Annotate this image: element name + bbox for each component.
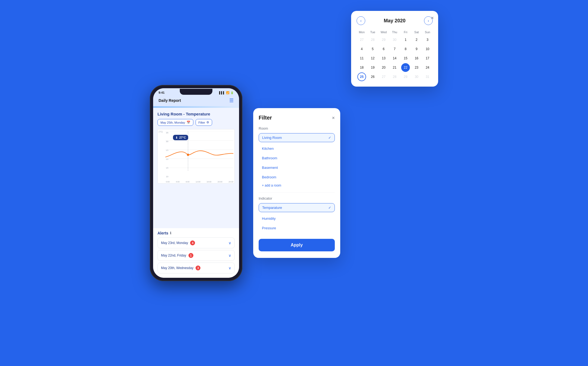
filter-button[interactable]: Filter ⚙ <box>196 119 212 126</box>
status-time: 9:41 <box>159 91 165 94</box>
apply-button[interactable]: Apply <box>259 239 335 251</box>
indicator-label-temperature: Temparature <box>262 206 282 210</box>
cal-header-mon: Mon <box>357 29 367 35</box>
alert-row-2-info: May 22nd, Friday 1 <box>161 253 193 258</box>
room-label-bathroom: Bathroom <box>262 156 277 160</box>
room-option-living-room[interactable]: Living Room ✓ <box>259 133 335 142</box>
filter-close-button[interactable]: × <box>332 115 335 120</box>
cal-header-sun: Sun <box>422 29 433 35</box>
cal-day-2[interactable]: 2 <box>412 35 421 44</box>
cal-day-10[interactable]: 10 <box>423 45 432 53</box>
chart-svg <box>165 132 233 177</box>
cal-day-24[interactable]: 24 <box>423 63 432 72</box>
phone-header: Daily Report ☰ <box>153 96 239 106</box>
temperature-chart: 35 30 25 20 15 10 <box>157 129 235 184</box>
alert-row-3-info: May 20th, Wednesday 3 <box>161 266 200 270</box>
cal-day-11[interactable]: 11 <box>357 54 366 63</box>
check-icon-living-room: ✓ <box>328 136 331 140</box>
alert-date-2: May 22nd, Friday <box>161 254 186 257</box>
phone-device: 9:41 ▌▌▌ 📶 🔋 Daily Report ☰ Living Room … <box>150 85 242 281</box>
cal-day-8[interactable]: 8 <box>401 45 410 53</box>
indicator-section-label: Indicator <box>259 196 335 200</box>
cal-day-15[interactable]: 15 <box>401 54 410 63</box>
room-option-basement[interactable]: Basement <box>259 163 335 172</box>
chevron-down-icon-3: ∨ <box>228 266 231 270</box>
cal-day-18[interactable]: 18 <box>357 63 366 72</box>
alert-date-1: May 23rd, Monday <box>161 241 188 245</box>
alert-row-3[interactable]: May 20th, Wednesday 3 ∨ <box>157 263 235 273</box>
x-tick-20: 20:00 <box>218 181 222 183</box>
x-tick-24: 24:00 <box>228 181 233 183</box>
alert-badge-2: 1 <box>188 253 193 258</box>
x-tick-12: 12:00 <box>196 181 200 183</box>
filter-icon: ⚙ <box>206 121 209 124</box>
x-tick-8: 8:00 <box>186 181 190 183</box>
cal-day-29-next[interactable]: 29 <box>401 72 410 81</box>
cal-day-28-prev[interactable]: 28 <box>368 35 377 44</box>
cal-day-13[interactable]: 13 <box>379 54 388 63</box>
indicator-label-pressure: Pressure <box>262 226 276 230</box>
cal-day-25-outlined[interactable]: 25 <box>357 72 366 81</box>
cal-day-26[interactable]: 26 <box>368 72 377 81</box>
calendar-close-button[interactable]: × <box>431 15 434 21</box>
check-icon-temperature: ✓ <box>328 206 331 210</box>
x-tick-0: 0:00 <box>166 181 170 183</box>
y-label: [°C] <box>159 130 162 133</box>
cal-day-5[interactable]: 5 <box>368 45 377 53</box>
alert-row-2[interactable]: May 22nd, Friday 1 ∨ <box>157 250 235 261</box>
calendar-prev-button[interactable]: ‹ <box>357 16 365 25</box>
room-option-kitchen[interactable]: Kitchen <box>259 144 335 153</box>
cal-day-20[interactable]: 20 <box>379 63 388 72</box>
cal-day-3[interactable]: 3 <box>423 35 432 44</box>
cal-day-9[interactable]: 9 <box>412 45 421 53</box>
menu-icon[interactable]: ☰ <box>229 97 234 103</box>
filter-modal-header: Filter × <box>259 115 335 121</box>
filter-modal: Filter × Room Living Room ✓ Kitchen Bath… <box>253 108 340 258</box>
cal-day-4[interactable]: 4 <box>357 45 366 53</box>
cal-day-30-next[interactable]: 30 <box>412 72 421 81</box>
cal-day-6[interactable]: 6 <box>379 45 388 53</box>
date-picker-button[interactable]: May 25th, Monday 📅 <box>157 119 193 126</box>
phone-screen: 9:41 ▌▌▌ 📶 🔋 Daily Report ☰ Living Room … <box>153 88 239 278</box>
indicator-option-humidity[interactable]: Humidity <box>259 214 335 223</box>
signal-icon: ▌▌▌ <box>219 91 225 94</box>
app-title: Daily Report <box>159 98 181 103</box>
cal-day-1[interactable]: 1 <box>401 35 410 44</box>
x-tick-16: 16:00 <box>207 181 212 183</box>
modal-divider <box>259 192 335 193</box>
filter-label: Filter <box>199 121 205 124</box>
alert-row-1[interactable]: May 23rd, Monday 4 ∨ <box>157 237 235 248</box>
add-room-button[interactable]: + add a room <box>259 182 335 188</box>
cal-day-27-prev[interactable]: 27 <box>357 35 366 44</box>
alerts-title: Alerts ℹ <box>157 231 235 235</box>
cal-day-23[interactable]: 23 <box>412 63 421 72</box>
alerts-label: Alerts <box>157 231 168 235</box>
calendar-modal: × ‹ May 2020 › Mon Tue Wed Thu Fri Sat S… <box>351 11 438 87</box>
cal-day-27-next[interactable]: 27 <box>379 72 388 81</box>
cal-day-30-prev[interactable]: 30 <box>390 35 399 44</box>
phone-wrapper: 9:41 ▌▌▌ 📶 🔋 Daily Report ☰ Living Room … <box>150 85 242 281</box>
room-option-bedroom[interactable]: Bedroom <box>259 173 335 181</box>
cal-day-29-prev[interactable]: 29 <box>379 35 388 44</box>
cal-day-16[interactable]: 16 <box>412 54 421 63</box>
room-label-living-room: Living Room <box>262 136 282 140</box>
cal-day-12[interactable]: 12 <box>368 54 377 63</box>
cal-day-14[interactable]: 14 <box>390 54 399 63</box>
room-label-basement: Basement <box>262 166 278 170</box>
cal-header-fri: Fri <box>400 29 411 35</box>
info-icon: ℹ <box>170 231 171 235</box>
filter-modal-title: Filter <box>259 115 272 121</box>
indicator-option-temperature[interactable]: Temparature ✓ <box>259 203 335 212</box>
phone-main-content: Living Room - Temperature May 25th, Mond… <box>153 108 239 228</box>
alert-row-1-info: May 23rd, Monday 4 <box>161 240 195 245</box>
cal-day-19[interactable]: 19 <box>368 63 377 72</box>
cal-day-31-next[interactable]: 31 <box>423 72 432 81</box>
cal-day-22-selected[interactable]: 22 <box>401 63 410 72</box>
alert-badge-3: 3 <box>196 266 200 270</box>
cal-day-21[interactable]: 21 <box>390 63 399 72</box>
cal-day-17[interactable]: 17 <box>423 54 432 63</box>
indicator-option-pressure[interactable]: Pressure <box>259 224 335 232</box>
cal-day-28-next[interactable]: 28 <box>390 72 399 81</box>
room-option-bathroom[interactable]: Bathroom <box>259 154 335 162</box>
cal-day-7[interactable]: 7 <box>390 45 399 53</box>
